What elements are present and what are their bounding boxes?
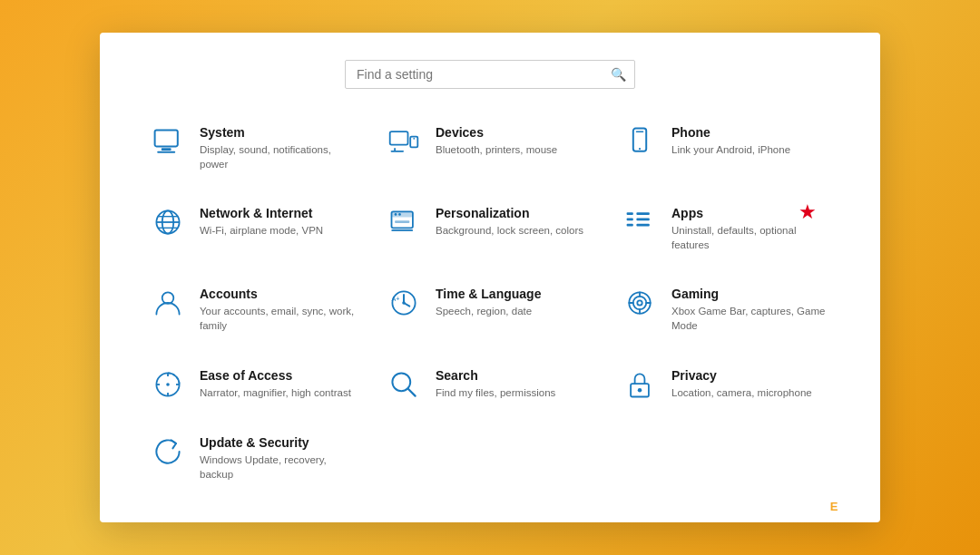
svg-point-28	[162, 293, 174, 305]
svg-point-32	[402, 302, 406, 306]
setting-title-system: System	[200, 125, 359, 140]
svg-point-36	[637, 301, 642, 306]
setting-title-gaming: Gaming	[671, 287, 831, 301]
apps-icon	[621, 206, 659, 239]
time-icon: A+	[385, 287, 423, 319]
svg-line-48	[408, 388, 416, 395]
settings-window: 🔍 SystemDisplay, sound, notifications, p…	[100, 33, 880, 522]
network-icon	[149, 206, 187, 239]
svg-text:A+: A+	[392, 296, 400, 304]
setting-desc-time: Speech, region, date	[436, 304, 541, 318]
svg-point-50	[638, 388, 642, 393]
setting-title-ease: Ease of Access	[200, 368, 351, 383]
svg-rect-27	[636, 224, 649, 227]
gaming-icon	[621, 287, 659, 319]
svg-rect-26	[636, 219, 649, 221]
ugetfix-logo: UGETFIX	[811, 500, 866, 513]
ease-icon	[149, 368, 187, 401]
svg-rect-24	[627, 224, 633, 227]
svg-point-20	[398, 213, 401, 216]
setting-desc-privacy: Location, camera, microphone	[671, 385, 812, 400]
phone-icon	[621, 125, 659, 158]
setting-item-network[interactable]: Network & InternetWi-Fi, airplane mode, …	[136, 197, 372, 261]
setting-item-update[interactable]: Update & SecurityWindows Update, recover…	[136, 426, 372, 491]
setting-title-privacy: Privacy	[671, 368, 812, 383]
personalization-icon	[385, 206, 423, 239]
setting-item-personalization[interactable]: PersonalizationBackground, lock screen, …	[372, 197, 608, 261]
setting-title-search: Search	[436, 368, 555, 383]
setting-item-time[interactable]: A+ Time & LanguageSpeech, region, date	[372, 278, 608, 342]
star-badge: ★	[799, 202, 817, 222]
search-bar-container: 🔍	[345, 60, 635, 89]
setting-item-gaming[interactable]: GamingXbox Game Bar, captures, Game Mode	[608, 278, 844, 342]
setting-desc-ease: Narrator, magnifier, high contrast	[200, 385, 351, 400]
svg-rect-21	[395, 220, 409, 223]
update-icon	[149, 435, 187, 468]
system-icon	[149, 125, 187, 158]
search-icon: 🔍	[611, 67, 626, 82]
setting-item-search[interactable]: SearchFind my files, permissions	[372, 359, 608, 410]
setting-item-apps[interactable]: AppsUninstall, defaults, optional featur…	[608, 197, 844, 261]
setting-desc-gaming: Xbox Game Bar, captures, Game Mode	[671, 304, 831, 333]
setting-title-accounts: Accounts	[200, 287, 359, 301]
svg-point-35	[633, 297, 646, 309]
setting-desc-search: Find my files, permissions	[436, 385, 555, 400]
setting-desc-accounts: Your accounts, email, sync, work, family	[200, 304, 359, 333]
svg-rect-0	[155, 130, 178, 146]
svg-point-9	[639, 148, 641, 150]
svg-rect-25	[636, 212, 649, 215]
search-icon	[385, 368, 423, 401]
setting-desc-apps: Uninstall, defaults, optional features	[671, 223, 831, 252]
setting-desc-devices: Bluetooth, printers, mouse	[436, 142, 557, 157]
svg-point-19	[395, 213, 397, 216]
search-input[interactable]	[345, 60, 635, 89]
setting-title-devices: Devices	[436, 125, 557, 140]
setting-title-update: Update & Security	[200, 435, 359, 450]
svg-point-7	[413, 138, 415, 140]
svg-rect-1	[162, 148, 172, 151]
setting-desc-update: Windows Update, recovery, backup	[200, 453, 359, 482]
svg-rect-23	[627, 219, 633, 221]
setting-item-accounts[interactable]: AccountsYour accounts, email, sync, work…	[136, 278, 372, 342]
setting-item-ease[interactable]: Ease of AccessNarrator, magnifier, high …	[136, 359, 372, 410]
setting-item-phone[interactable]: PhoneLink your Android, iPhone	[608, 116, 844, 180]
setting-item-system[interactable]: SystemDisplay, sound, notifications, pow…	[136, 116, 372, 180]
setting-desc-personalization: Background, lock screen, colors	[436, 223, 583, 238]
setting-title-phone: Phone	[671, 125, 790, 140]
svg-point-42	[166, 383, 170, 386]
devices-icon	[385, 125, 423, 158]
setting-desc-phone: Link your Android, iPhone	[671, 142, 790, 157]
svg-rect-22	[627, 212, 633, 215]
setting-item-privacy[interactable]: PrivacyLocation, camera, microphone	[608, 359, 844, 410]
privacy-icon	[621, 368, 659, 401]
setting-title-time: Time & Language	[436, 287, 541, 301]
accounts-icon	[149, 287, 187, 319]
setting-desc-system: Display, sound, notifications, power	[200, 142, 359, 171]
svg-rect-3	[390, 131, 408, 144]
setting-desc-network: Wi-Fi, airplane mode, VPN	[200, 223, 323, 238]
setting-title-personalization: Personalization	[436, 206, 583, 220]
settings-grid: SystemDisplay, sound, notifications, pow…	[136, 116, 844, 491]
setting-title-network: Network & Internet	[200, 206, 323, 220]
setting-item-devices[interactable]: DevicesBluetooth, printers, mouse	[372, 116, 608, 180]
